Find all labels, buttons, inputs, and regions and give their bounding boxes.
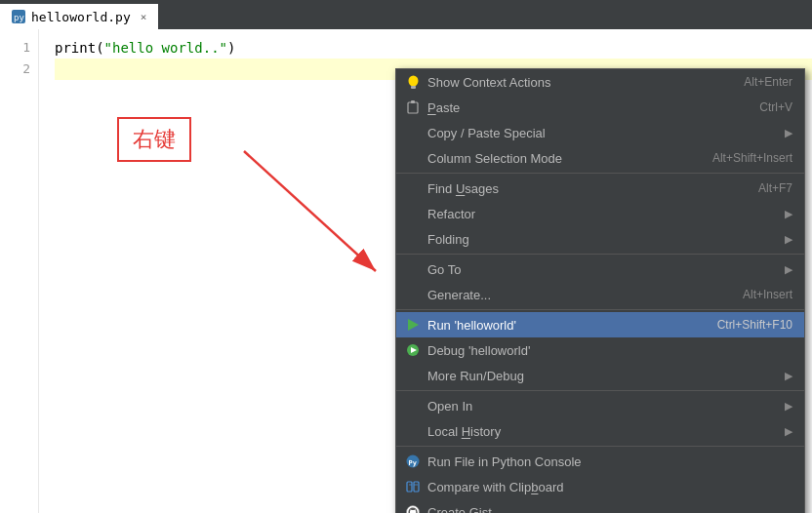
divider-2	[396, 254, 804, 255]
none-icon-goto	[404, 260, 422, 278]
divider-1	[396, 173, 804, 174]
svg-point-4	[408, 75, 418, 86]
arrow-open-in: ▶	[785, 400, 792, 413]
svg-rect-14	[414, 482, 419, 492]
code-text-1: print("hello world..")	[55, 37, 235, 59]
menu-item-run-python-console[interactable]: Py Run File in Python Console	[396, 449, 804, 474]
menu-item-create-gist[interactable]: Create Gist...	[396, 499, 804, 513]
menu-label-local-history: Local History	[427, 424, 779, 439]
svg-text:py: py	[14, 13, 24, 22]
menu-shortcut-generate: Alt+Insert	[743, 288, 792, 301]
menu-label-compare-clipboard: Compare with Clipboard	[427, 480, 792, 494]
menu-label-open-in: Open In	[427, 399, 779, 414]
menu-label-folding: Folding	[427, 232, 779, 247]
menu-item-go-to[interactable]: Go To ▶	[396, 256, 804, 282]
tab-close-button[interactable]: ×	[141, 11, 147, 23]
menu-label-debug-helloworld: Debug 'helloworld'	[427, 343, 792, 358]
right-click-label: 右键	[117, 117, 191, 162]
arrow-local-history: ▶	[785, 425, 792, 438]
divider-4	[396, 390, 804, 391]
divider-5	[396, 446, 804, 447]
arrow-refactor: ▶	[785, 208, 792, 220]
none-icon-history	[404, 422, 422, 440]
none-icon-folding	[404, 230, 422, 248]
menu-item-local-history[interactable]: Local History ▶	[396, 418, 804, 444]
none-icon-column	[404, 149, 422, 167]
menu-label-find-usages: Find Usages	[427, 181, 739, 196]
menu-item-find-usages[interactable]: Find Usages Alt+F7	[396, 176, 804, 201]
line-number-2: 2	[8, 59, 30, 80]
menu-label-paste: Paste	[427, 100, 740, 115]
run-icon	[404, 316, 422, 334]
bulb-icon	[404, 73, 422, 91]
menu-shortcut-column: Alt+Shift+Insert	[712, 151, 792, 165]
svg-rect-13	[407, 482, 412, 492]
arrow-copy-paste: ▶	[785, 127, 792, 139]
menu-shortcut-run: Ctrl+Shift+F10	[717, 318, 792, 332]
menu-item-run-helloworld[interactable]: Run 'helloworld' Ctrl+Shift+F10	[396, 312, 804, 337]
svg-rect-7	[411, 100, 415, 103]
line-numbers: 1 2	[0, 29, 39, 513]
menu-label-more-run: More Run/Debug	[427, 369, 779, 383]
menu-item-paste[interactable]: Paste Ctrl+V	[396, 95, 804, 120]
none-icon-generate	[404, 286, 422, 303]
menu-item-show-context[interactable]: Show Context Actions Alt+Enter	[396, 69, 804, 95]
menu-shortcut-find: Alt+F7	[758, 181, 792, 195]
menu-label-refactor: Refactor	[427, 207, 779, 221]
menu-item-debug-helloworld[interactable]: Debug 'helloworld'	[396, 337, 804, 363]
menu-item-compare-clipboard[interactable]: Compare with Clipboard	[396, 474, 804, 499]
menu-item-copy-paste-special[interactable]: Copy / Paste Special ▶	[396, 120, 804, 145]
menu-shortcut-paste: Ctrl+V	[759, 100, 792, 114]
menu-item-generate[interactable]: Generate... Alt+Insert	[396, 282, 804, 307]
menu-item-folding[interactable]: Folding ▶	[396, 226, 804, 252]
menu-label-copy-paste-special: Copy / Paste Special	[427, 126, 779, 140]
menu-label-create-gist: Create Gist...	[427, 505, 792, 514]
menu-item-more-run-debug[interactable]: More Run/Debug ▶	[396, 363, 804, 388]
arrow-folding: ▶	[785, 233, 792, 246]
menu-label-run-helloworld: Run 'helloworld'	[427, 318, 698, 333]
svg-rect-5	[411, 86, 416, 89]
code-line-1: print("hello world..")	[55, 37, 812, 59]
none-icon-more	[404, 367, 422, 384]
menu-shortcut-show-context: Alt+Enter	[744, 75, 792, 89]
divider-3	[396, 309, 804, 310]
menu-label-go-to: Go To	[427, 262, 779, 277]
context-menu: Show Context Actions Alt+Enter Paste Ctr…	[395, 68, 805, 513]
menu-label-generate: Generate...	[427, 288, 723, 302]
none-icon-refactor	[404, 205, 422, 222]
menu-label-column-selection: Column Selection Mode	[427, 151, 693, 166]
active-tab[interactable]: py helloworld.py ×	[0, 4, 158, 29]
tab-filename: helloworld.py	[31, 10, 131, 24]
github-icon	[404, 503, 422, 513]
debug-icon	[404, 341, 422, 359]
svg-marker-8	[408, 319, 419, 331]
python-icon: Py	[404, 453, 422, 470]
menu-label-run-python-console: Run File in Python Console	[427, 454, 792, 469]
none-icon-find	[404, 179, 422, 197]
tab-bar: py helloworld.py ×	[0, 0, 812, 29]
menu-item-refactor[interactable]: Refactor ▶	[396, 201, 804, 226]
svg-text:Py: Py	[409, 459, 418, 467]
menu-label-show-context: Show Context Actions	[427, 75, 724, 90]
compare-icon	[404, 478, 422, 495]
none-icon-copy	[404, 124, 422, 141]
menu-item-open-in[interactable]: Open In ▶	[396, 393, 804, 418]
svg-rect-6	[408, 102, 418, 113]
line-number-1: 1	[8, 37, 30, 59]
menu-item-column-selection[interactable]: Column Selection Mode Alt+Shift+Insert	[396, 145, 804, 171]
arrow-more-run: ▶	[785, 370, 792, 382]
arrow-goto: ▶	[785, 263, 792, 276]
python-file-icon: py	[12, 10, 25, 23]
clipboard-icon	[404, 99, 422, 116]
none-icon-open	[404, 397, 422, 414]
